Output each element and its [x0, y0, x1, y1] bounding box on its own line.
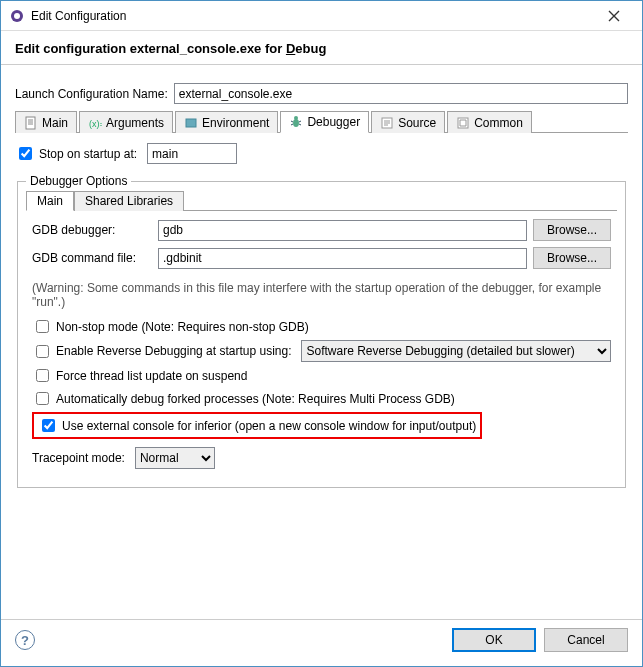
auto-forked-checkbox[interactable] [36, 392, 49, 405]
stop-on-startup-label: Stop on startup at: [39, 147, 137, 161]
external-console-label: Use external console for inferior (open … [62, 419, 476, 433]
common-icon [456, 116, 470, 130]
force-thread-label: Force thread list update on suspend [56, 369, 247, 383]
debugger-options-group: Debugger Options Main Shared Libraries G… [17, 174, 626, 488]
environment-icon [184, 116, 198, 130]
gdb-cmdfile-input[interactable] [158, 248, 527, 269]
app-icon [9, 8, 25, 24]
gdb-debugger-browse-button[interactable]: Browse... [533, 219, 611, 241]
close-button[interactable] [594, 1, 634, 30]
tab-arguments[interactable]: (x)= Arguments [79, 111, 173, 133]
tab-source[interactable]: Source [371, 111, 445, 133]
tab-environment[interactable]: Environment [175, 111, 278, 133]
stop-on-startup-input[interactable] [147, 143, 237, 164]
footer: ? OK Cancel [1, 619, 642, 666]
gdb-cmdfile-label: GDB command file: [32, 251, 152, 265]
external-console-checkbox[interactable] [42, 419, 55, 432]
nonstop-checkbox[interactable] [36, 320, 49, 333]
gdb-debugger-label: GDB debugger: [32, 223, 152, 237]
ok-button[interactable]: OK [452, 628, 536, 652]
inner-tab-main[interactable]: Main [26, 191, 74, 211]
tracepoint-label: Tracepoint mode: [32, 451, 125, 465]
svg-point-5 [293, 119, 299, 127]
cancel-button[interactable]: Cancel [544, 628, 628, 652]
svg-point-6 [294, 116, 298, 120]
dialog-window: Edit Configuration Edit configuration ex… [0, 0, 643, 667]
auto-forked-label: Automatically debug forked processes (No… [56, 392, 455, 406]
launch-name-input[interactable] [174, 83, 628, 104]
tab-debugger[interactable]: Debugger [280, 111, 369, 133]
file-icon [24, 116, 38, 130]
reverse-debug-label: Enable Reverse Debugging at startup usin… [56, 344, 291, 358]
external-console-highlight: Use external console for inferior (open … [32, 412, 482, 439]
cmdfile-warning: (Warning: Some commands in this file may… [32, 275, 611, 317]
tab-common[interactable]: Common [447, 111, 532, 133]
arguments-icon: (x)= [88, 116, 102, 130]
config-tabs: Main (x)= Arguments Environment Debugger… [15, 110, 628, 133]
reverse-debug-select[interactable]: Software Reverse Debugging (detailed but… [301, 340, 611, 362]
tab-main[interactable]: Main [15, 111, 77, 133]
bug-icon [289, 115, 303, 129]
force-thread-checkbox[interactable] [36, 369, 49, 382]
svg-rect-2 [26, 117, 35, 129]
header: Edit configuration external_console.exe … [1, 31, 642, 65]
window-title: Edit Configuration [31, 9, 594, 23]
nonstop-label: Non-stop mode (Note: Requires non-stop G… [56, 320, 309, 334]
header-title: Edit configuration external_console.exe … [15, 41, 628, 56]
svg-point-1 [14, 13, 20, 19]
svg-rect-4 [186, 119, 196, 127]
debugger-inner-tabs: Main Shared Libraries [26, 190, 617, 211]
debugger-options-legend: Debugger Options [26, 174, 131, 188]
gdb-debugger-input[interactable] [158, 220, 527, 241]
close-icon [608, 10, 620, 22]
help-button[interactable]: ? [15, 630, 35, 650]
svg-text:(x)=: (x)= [89, 119, 102, 129]
titlebar: Edit Configuration [1, 1, 642, 31]
content: Launch Configuration Name: Main (x)= Arg… [1, 65, 642, 619]
inner-tab-shared-libraries[interactable]: Shared Libraries [74, 191, 184, 211]
help-icon: ? [21, 633, 29, 648]
stop-on-startup-checkbox[interactable] [19, 147, 32, 160]
gdb-cmdfile-browse-button[interactable]: Browse... [533, 247, 611, 269]
reverse-debug-checkbox[interactable] [36, 345, 49, 358]
tracepoint-select[interactable]: Normal [135, 447, 215, 469]
launch-name-label: Launch Configuration Name: [15, 87, 168, 101]
source-icon [380, 116, 394, 130]
